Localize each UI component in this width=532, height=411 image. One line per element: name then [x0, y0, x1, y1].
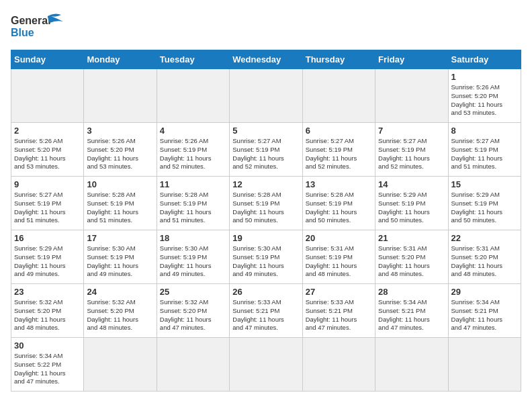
- calendar-cell: 22Sunrise: 5:31 AM Sunset: 5:20 PM Dayli…: [448, 230, 521, 284]
- logo: General Blue: [11, 11, 64, 43]
- svg-text:General: General: [11, 15, 51, 26]
- day-number: 12: [232, 179, 299, 189]
- calendar-week-row: 30Sunrise: 5:34 AM Sunset: 5:22 PM Dayli…: [11, 338, 521, 392]
- calendar-cell: 28Sunrise: 5:34 AM Sunset: 5:21 PM Dayli…: [375, 284, 448, 338]
- cell-info: Sunrise: 5:32 AM Sunset: 5:20 PM Dayligh…: [160, 298, 226, 332]
- cell-info: Sunrise: 5:31 AM Sunset: 5:19 PM Dayligh…: [306, 244, 372, 279]
- cell-info: Sunrise: 5:28 AM Sunset: 5:19 PM Dayligh…: [87, 191, 153, 225]
- calendar-cell: 27Sunrise: 5:33 AM Sunset: 5:21 PM Dayli…: [302, 284, 375, 338]
- cell-info: Sunrise: 5:27 AM Sunset: 5:19 PM Dayligh…: [451, 137, 518, 171]
- day-number: 22: [451, 233, 518, 243]
- calendar-cell: [84, 338, 157, 392]
- day-number: 7: [378, 126, 445, 136]
- cell-info: Sunrise: 5:27 AM Sunset: 5:19 PM Dayligh…: [14, 191, 81, 225]
- cell-info: Sunrise: 5:27 AM Sunset: 5:19 PM Dayligh…: [378, 137, 445, 171]
- cell-info: Sunrise: 5:26 AM Sunset: 5:20 PM Dayligh…: [87, 137, 153, 171]
- day-number: 9: [14, 179, 81, 189]
- calendar-cell: 16Sunrise: 5:29 AM Sunset: 5:19 PM Dayli…: [11, 230, 84, 284]
- calendar-cell: 26Sunrise: 5:33 AM Sunset: 5:21 PM Dayli…: [230, 284, 302, 338]
- calendar-cell: 13Sunrise: 5:28 AM Sunset: 5:19 PM Dayli…: [302, 177, 375, 230]
- calendar-cell: 6Sunrise: 5:27 AM Sunset: 5:19 PM Daylig…: [302, 123, 375, 177]
- calendar-cell: 21Sunrise: 5:31 AM Sunset: 5:20 PM Dayli…: [375, 230, 448, 284]
- day-number: 6: [306, 126, 372, 136]
- calendar-cell: [230, 69, 302, 123]
- cell-info: Sunrise: 5:28 AM Sunset: 5:19 PM Dayligh…: [160, 191, 226, 225]
- day-number: 15: [451, 179, 518, 189]
- header-row: SundayMondayTuesdayWednesdayThursdayFrid…: [11, 50, 521, 69]
- calendar-cell: 20Sunrise: 5:31 AM Sunset: 5:19 PM Dayli…: [302, 230, 375, 284]
- calendar-week-row: 23Sunrise: 5:32 AM Sunset: 5:20 PM Dayli…: [11, 284, 521, 338]
- day-number: 30: [14, 340, 81, 351]
- calendar-week-row: 16Sunrise: 5:29 AM Sunset: 5:19 PM Dayli…: [11, 230, 521, 284]
- day-number: 11: [160, 179, 226, 189]
- weekday-header: Thursday: [302, 50, 375, 69]
- cell-info: Sunrise: 5:33 AM Sunset: 5:21 PM Dayligh…: [306, 298, 372, 332]
- day-number: 29: [451, 287, 518, 297]
- calendar-cell: 1Sunrise: 5:26 AM Sunset: 5:20 PM Daylig…: [448, 69, 521, 123]
- cell-info: Sunrise: 5:34 AM Sunset: 5:22 PM Dayligh…: [14, 352, 81, 386]
- day-number: 3: [87, 126, 153, 136]
- cell-info: Sunrise: 5:28 AM Sunset: 5:19 PM Dayligh…: [232, 191, 299, 225]
- calendar-cell: [302, 69, 375, 123]
- cell-info: Sunrise: 5:30 AM Sunset: 5:19 PM Dayligh…: [87, 244, 153, 279]
- cell-info: Sunrise: 5:27 AM Sunset: 5:19 PM Dayligh…: [306, 137, 372, 171]
- weekday-header: Tuesday: [157, 50, 229, 69]
- calendar-cell: 10Sunrise: 5:28 AM Sunset: 5:19 PM Dayli…: [84, 177, 157, 230]
- calendar-cell: 15Sunrise: 5:29 AM Sunset: 5:19 PM Dayli…: [448, 177, 521, 230]
- calendar-week-row: 2Sunrise: 5:26 AM Sunset: 5:20 PM Daylig…: [11, 123, 521, 177]
- calendar-header: SundayMondayTuesdayWednesdayThursdayFrid…: [11, 50, 521, 69]
- day-number: 2: [14, 126, 81, 136]
- cell-info: Sunrise: 5:34 AM Sunset: 5:21 PM Dayligh…: [378, 298, 445, 332]
- day-number: 18: [160, 233, 226, 243]
- calendar-cell: 7Sunrise: 5:27 AM Sunset: 5:19 PM Daylig…: [375, 123, 448, 177]
- calendar-cell: [11, 69, 84, 123]
- calendar-cell: [157, 69, 229, 123]
- day-number: 8: [451, 126, 518, 136]
- calendar-cell: 29Sunrise: 5:34 AM Sunset: 5:21 PM Dayli…: [448, 284, 521, 338]
- day-number: 28: [378, 287, 445, 297]
- day-number: 25: [160, 287, 226, 297]
- cell-info: Sunrise: 5:32 AM Sunset: 5:20 PM Dayligh…: [87, 298, 153, 332]
- calendar-cell: [230, 338, 302, 392]
- calendar-cell: 17Sunrise: 5:30 AM Sunset: 5:19 PM Dayli…: [84, 230, 157, 284]
- weekday-header: Wednesday: [230, 50, 302, 69]
- cell-info: Sunrise: 5:34 AM Sunset: 5:21 PM Dayligh…: [451, 298, 518, 332]
- day-number: 14: [378, 179, 445, 189]
- calendar-cell: 3Sunrise: 5:26 AM Sunset: 5:20 PM Daylig…: [84, 123, 157, 177]
- day-number: 4: [160, 126, 226, 136]
- cell-info: Sunrise: 5:27 AM Sunset: 5:19 PM Dayligh…: [232, 137, 299, 171]
- calendar-cell: 30Sunrise: 5:34 AM Sunset: 5:22 PM Dayli…: [11, 338, 84, 392]
- cell-info: Sunrise: 5:30 AM Sunset: 5:19 PM Dayligh…: [232, 244, 299, 279]
- calendar-cell: 4Sunrise: 5:26 AM Sunset: 5:19 PM Daylig…: [157, 123, 229, 177]
- day-number: 21: [378, 233, 445, 243]
- day-number: 1: [451, 72, 518, 82]
- cell-info: Sunrise: 5:33 AM Sunset: 5:21 PM Dayligh…: [232, 298, 299, 332]
- calendar-cell: 11Sunrise: 5:28 AM Sunset: 5:19 PM Dayli…: [157, 177, 229, 230]
- calendar-cell: [84, 69, 157, 123]
- day-number: 23: [14, 287, 81, 297]
- calendar-cell: 5Sunrise: 5:27 AM Sunset: 5:19 PM Daylig…: [230, 123, 302, 177]
- page-header: General Blue: [11, 11, 521, 43]
- day-number: 10: [87, 179, 153, 189]
- calendar-cell: 23Sunrise: 5:32 AM Sunset: 5:20 PM Dayli…: [11, 284, 84, 338]
- cell-info: Sunrise: 5:29 AM Sunset: 5:19 PM Dayligh…: [14, 244, 81, 279]
- cell-info: Sunrise: 5:28 AM Sunset: 5:19 PM Dayligh…: [306, 191, 372, 225]
- calendar-cell: 24Sunrise: 5:32 AM Sunset: 5:20 PM Dayli…: [84, 284, 157, 338]
- calendar-table: SundayMondayTuesdayWednesdayThursdayFrid…: [11, 50, 521, 392]
- logo-svg: General Blue: [11, 11, 64, 43]
- weekday-header: Friday: [375, 50, 448, 69]
- calendar-cell: [448, 338, 521, 392]
- day-number: 20: [306, 233, 372, 243]
- day-number: 16: [14, 233, 81, 243]
- cell-info: Sunrise: 5:26 AM Sunset: 5:20 PM Dayligh…: [14, 137, 81, 171]
- svg-text:Blue: Blue: [11, 27, 34, 38]
- day-number: 19: [232, 233, 299, 243]
- cell-info: Sunrise: 5:32 AM Sunset: 5:20 PM Dayligh…: [14, 298, 81, 332]
- day-number: 24: [87, 287, 153, 297]
- cell-info: Sunrise: 5:26 AM Sunset: 5:19 PM Dayligh…: [160, 137, 226, 171]
- calendar-cell: 12Sunrise: 5:28 AM Sunset: 5:19 PM Dayli…: [230, 177, 302, 230]
- calendar-cell: [375, 69, 448, 123]
- calendar-cell: 25Sunrise: 5:32 AM Sunset: 5:20 PM Dayli…: [157, 284, 229, 338]
- cell-info: Sunrise: 5:26 AM Sunset: 5:20 PM Dayligh…: [451, 83, 518, 118]
- cell-info: Sunrise: 5:31 AM Sunset: 5:20 PM Dayligh…: [378, 244, 445, 279]
